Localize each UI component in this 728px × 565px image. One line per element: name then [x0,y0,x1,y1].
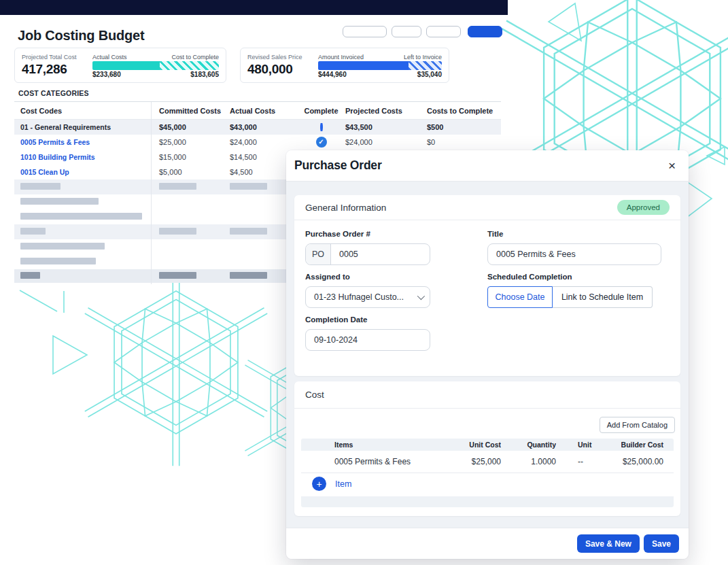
skeleton-bar [20,198,99,205]
link-to-schedule-item-button[interactable]: Link to Schedule Item [553,286,653,308]
add-item-label[interactable]: Item [335,479,351,489]
col-cost-codes: Cost Codes [14,107,151,115]
revised-sales-price-card: Revised Sales Price 480,000 Amount Invoi… [240,48,449,83]
skeleton-bar [20,213,142,220]
modal-title: Purchase Order [294,158,382,173]
col-quantity: Quantity [527,441,556,449]
to-complete-value: $500 [427,123,501,131]
skeleton-bar [230,183,267,190]
projected-value: $24,000 [345,138,427,146]
complete-checked-icon[interactable]: ✓ [316,137,327,148]
cost-code-link[interactable]: 0015 Clean Up [14,168,151,176]
toolbar-button-3[interactable] [426,26,461,37]
title-field[interactable]: 0005 Permits & Fees [487,243,661,265]
actual-costs-progress-bar [92,61,219,70]
close-icon[interactable]: × [668,159,676,172]
committed-value: $25,000 [151,138,230,146]
bar-remaining-hatch [409,61,442,70]
to-complete-value: $0 [427,138,501,146]
toolbar-button-primary[interactable] [468,26,502,37]
col-unit-cost: Unit Cost [469,441,501,449]
cost-code-link[interactable]: 1010 Building Permits [14,153,151,161]
item-name: 0005 Permits & Fees [334,457,440,466]
skeleton-bar [159,272,196,279]
modal-footer: Save & New Save [286,528,689,559]
cost-card: Cost Add From Catalog Items Unit Cost Qu… [294,381,680,516]
item-row[interactable]: 0005 Permits & Fees $25,000 1.0000 -- $2… [301,451,674,473]
card-value: 480,000 [247,62,318,77]
amount-invoiced-progress-bar [318,61,442,70]
cost-code-label: 01 - General Requirements [14,123,151,131]
bar-left-label: Actual Costs [92,54,127,61]
assigned-to-label: Assigned to [305,273,430,281]
table-row: 01 - General Requirements $45,000 $43,00… [14,120,501,135]
general-information-card: General Information Approved Purchase Or… [294,195,680,376]
actual-value: $43,000 [230,123,297,131]
bar-remaining-hatch [160,61,219,70]
items-table: Items Unit Cost Quantity Unit Builder Co… [301,439,674,507]
committed-value: $45,000 [151,123,230,131]
assigned-to-select[interactable]: 01-23 Hufnagel Custo... [305,286,430,308]
item-builder-cost: $25,000.00 [623,457,674,466]
col-unit: Unit [556,441,598,449]
item-unit-cost: $25,000 [472,457,501,466]
bar-right-amount: $35,040 [417,71,442,78]
save-button[interactable]: Save [644,534,679,553]
bar-left-amount: $233,680 [92,71,121,78]
skeleton-bar [20,258,96,264]
assigned-to-value: 01-23 Hufnagel Custo... [314,292,404,302]
scheduled-completion-label: Scheduled Completion [487,273,670,281]
bar-fill [318,61,409,70]
plus-icon[interactable]: + [312,477,326,491]
card-value: 417,286 [22,62,92,77]
committed-value: $5,000 [151,168,230,176]
actual-value: $24,000 [230,138,297,146]
table-row: 0005 Permits & Fees $25,000 $24,000 ✓ $2… [14,135,501,150]
general-information-title: General Information [305,203,386,213]
toolbar-button-1[interactable] [343,26,387,37]
title-value: 0005 Permits & Fees [488,250,576,259]
skeleton-bar [230,228,267,235]
item-unit: -- [556,457,598,466]
save-and-new-button[interactable]: Save & New [577,534,640,553]
completion-date-value: 09-10-2024 [306,335,358,345]
purchase-order-number-field[interactable]: PO 0005 [305,243,430,265]
add-from-catalog-button[interactable]: Add From Catalog [600,417,675,433]
purchase-order-modal: Purchase Order × General Information App… [286,150,689,559]
toolbar-button-2[interactable] [392,26,421,37]
bar-left-label: Amount Invoiced [318,54,364,61]
committed-value: $15,000 [151,153,230,161]
bar-right-label: Cost to Complete [171,54,219,61]
chevron-down-icon [417,292,425,300]
po-prefix: PO [306,244,331,264]
col-projected-costs: Projected Costs [345,107,427,115]
po-value: 0005 [331,250,358,259]
projected-value: $43,500 [345,123,427,131]
modal-header: Purchase Order × [286,150,689,182]
title-label: Title [487,230,670,238]
cost-categories-section-title: COST CATEGORIES [18,89,89,97]
col-committed-costs: Committed Costs [151,107,230,115]
bar-right-label: Left to Invoice [404,54,442,61]
col-items: Items [334,441,440,449]
status-badge: Approved [617,200,670,215]
choose-date-button[interactable]: Choose Date [487,286,553,308]
top-navigation-bar [0,0,508,15]
bar-fill [92,61,160,70]
page-title: Job Costing Budget [18,28,144,44]
card-label: Revised Sales Price [247,54,318,61]
projected-total-cost-card: Projected Total Cost 417,286 Actual Cost… [14,48,226,83]
items-header-row: Items Unit Cost Quantity Unit Builder Co… [301,439,674,451]
complete-unchecked-icon[interactable] [320,123,323,131]
skeleton-bar [159,183,196,190]
skeleton-bar [159,228,196,235]
skeleton-bar [20,272,40,279]
table-header-row: Cost Codes Committed Costs Actual Costs … [14,102,501,120]
skeleton-bar [20,243,105,250]
skeleton-bar [20,183,60,190]
add-item-row[interactable]: + Item [301,473,674,494]
purchase-order-number-label: Purchase Order # [305,230,430,238]
skeleton-bar [20,228,46,235]
cost-code-link[interactable]: 0005 Permits & Fees [14,138,151,146]
completion-date-field[interactable]: 09-10-2024 [305,329,430,351]
